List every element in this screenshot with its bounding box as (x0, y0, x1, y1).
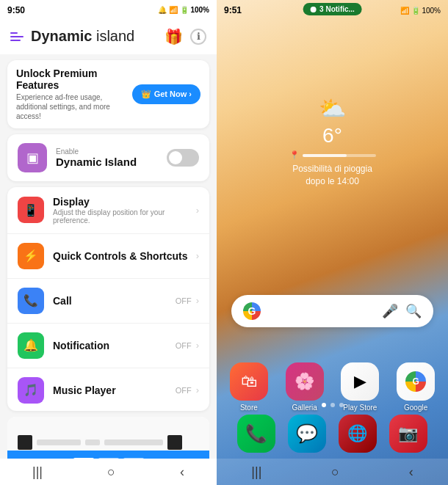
weather-description: Possibilità di pioggiadopo le 14:00 (289, 163, 376, 188)
enable-left: ▣ Enable Dynamic Island (18, 143, 137, 172)
display-subtitle: Adjust the display position for your pre… (53, 208, 196, 225)
chevron-icon-4: › (196, 340, 199, 351)
dock-camera[interactable]: 📷 (389, 415, 427, 453)
call-right: OFF › (176, 295, 199, 306)
playstore-icon: ▶ (341, 362, 379, 401)
premium-title: Unlock Premium Features (16, 68, 132, 91)
location-pin-icon: 📍 (289, 150, 300, 160)
time-right: 9:51 (224, 5, 242, 15)
page-dot-2 (330, 403, 335, 407)
nav-home-left[interactable]: ○ (107, 464, 115, 480)
menu-item-call-content: Call (53, 295, 176, 307)
chevron-icon-3: › (196, 295, 199, 306)
display-right: › (196, 205, 199, 216)
premium-banner: Unlock Premium Features Experience ad-fr… (7, 60, 209, 128)
notification-status: OFF (176, 341, 192, 350)
enable-label: Enable (56, 147, 137, 156)
menu-icon[interactable] (10, 32, 24, 41)
chevron-icon-5: › (196, 384, 199, 395)
nav-recents-left[interactable]: ‹ (180, 464, 184, 480)
dock-messages[interactable]: 💬 (288, 415, 326, 453)
info-icon[interactable]: ℹ (190, 29, 206, 45)
enable-section: ▣ Enable Dynamic Island (7, 134, 209, 181)
search-bar[interactable]: G 🎤 🔍 (231, 295, 433, 327)
store-label: Store (240, 404, 258, 412)
store-icon: 🛍 (230, 362, 268, 401)
menu-item-quick-controls-content: Quick Controls & Shortcuts (53, 250, 196, 262)
call-title: Call (53, 295, 176, 307)
notification-icon: 🔔 (18, 332, 44, 359)
music-title: Music Player (53, 384, 176, 396)
display-title: Display (53, 196, 196, 208)
nav-recents-right[interactable]: ‹ (409, 464, 413, 480)
weather-icon: ⛅ (289, 95, 376, 121)
call-icon: 📞 (18, 288, 44, 314)
chevron-icon-2: › (196, 250, 199, 261)
page-dots (322, 403, 344, 407)
wallpaper (217, 0, 448, 485)
playstore-label: Play Store (343, 404, 377, 412)
quick-controls-icon: ⚡ (18, 243, 44, 269)
dock: 📞 💬 🌐 📷 (231, 415, 433, 453)
notification-right: OFF › (176, 340, 199, 351)
app-title: Dynamic island (31, 28, 134, 45)
notif-dot (310, 7, 316, 12)
enable-title: Dynamic Island (56, 156, 137, 168)
dynamic-island-toggle[interactable] (167, 149, 199, 167)
nav-bar-right: ||| ○ ‹ (217, 459, 448, 485)
google-app-label: Google (404, 404, 427, 412)
status-icons-right: 📶 🔋 100% (400, 7, 441, 15)
quick-controls-title: Quick Controls & Shortcuts (53, 250, 196, 262)
get-now-button[interactable]: 👑 Get Now › (132, 84, 200, 104)
app-item-store[interactable]: 🛍 Store (224, 362, 274, 412)
left-panel: 9:50 🔔 📶 🔋 100% Dynamic island 🎁 ℹ Unloc… (0, 0, 217, 485)
nav-back-left[interactable]: ||| (32, 464, 43, 480)
music-status: OFF (176, 386, 192, 395)
microphone-icon[interactable]: 🎤 (382, 303, 398, 319)
crown-icon: 👑 (141, 90, 151, 99)
header-right: 🎁 ℹ (165, 28, 206, 45)
menu-item-notification-content: Notification (53, 340, 176, 351)
weather-location: 📍 (289, 150, 376, 160)
right-panel: 9:51 📶 🔋 100% 3 Notific... ⛅ 6° 📍 Possib… (217, 0, 448, 485)
dock-browser[interactable]: 🌐 (339, 415, 377, 453)
menu-item-music[interactable]: 🎵 Music Player OFF › (7, 368, 209, 411)
weather-temperature: 6° (289, 124, 376, 147)
nav-home-right[interactable]: ○ (331, 464, 339, 480)
nav-bar-left: ||| ○ ‹ (0, 459, 217, 485)
page-dot-active (322, 403, 326, 407)
google-logo: G (243, 302, 261, 320)
premium-text: Unlock Premium Features Experience ad-fr… (16, 68, 132, 121)
app-item-google[interactable]: G Google (391, 362, 441, 412)
app-header: Dynamic island 🎁 ℹ (0, 21, 217, 54)
gift-icon[interactable]: 🎁 (165, 28, 183, 45)
menu-item-display[interactable]: 📱 Display Adjust the display position fo… (7, 187, 209, 234)
page-dot-3 (339, 403, 344, 407)
dock-phone[interactable]: 📞 (237, 415, 275, 453)
google-app-icon: G (397, 362, 435, 401)
premium-description: Experience ad-free usage, additional set… (16, 92, 132, 121)
galleria-label: Galleria (292, 404, 317, 412)
menu-item-notification[interactable]: 🔔 Notification OFF › (7, 324, 209, 368)
time-left: 9:50 (7, 5, 25, 15)
display-icon: 📱 (18, 197, 44, 223)
notification-title: Notification (53, 340, 176, 351)
music-icon: 🎵 (18, 377, 44, 404)
lens-icon[interactable]: 🔍 (405, 303, 422, 319)
header-left: Dynamic island (10, 28, 134, 45)
menu-item-quick-controls[interactable]: ⚡ Quick Controls & Shortcuts › (7, 234, 209, 279)
enable-text: Enable Dynamic Island (56, 147, 137, 168)
call-status: OFF (176, 296, 192, 305)
music-right: OFF › (176, 384, 199, 395)
menu-item-call[interactable]: 📞 Call OFF › (7, 279, 209, 324)
dynamic-island-icon: ▣ (18, 143, 47, 172)
menu-item-music-content: Music Player (53, 384, 176, 396)
chevron-icon: › (196, 205, 199, 216)
status-bar-left: 9:50 🔔 📶 🔋 100% (0, 0, 217, 21)
notification-pill[interactable]: 3 Notific... (303, 3, 362, 15)
menu-item-display-content: Display Adjust the display position for … (53, 196, 196, 225)
galleria-icon: 🌸 (286, 362, 324, 401)
menu-list: 📱 Display Adjust the display position fo… (7, 187, 209, 411)
quick-controls-right: › (196, 250, 199, 261)
nav-back-right[interactable]: ||| (251, 464, 261, 480)
